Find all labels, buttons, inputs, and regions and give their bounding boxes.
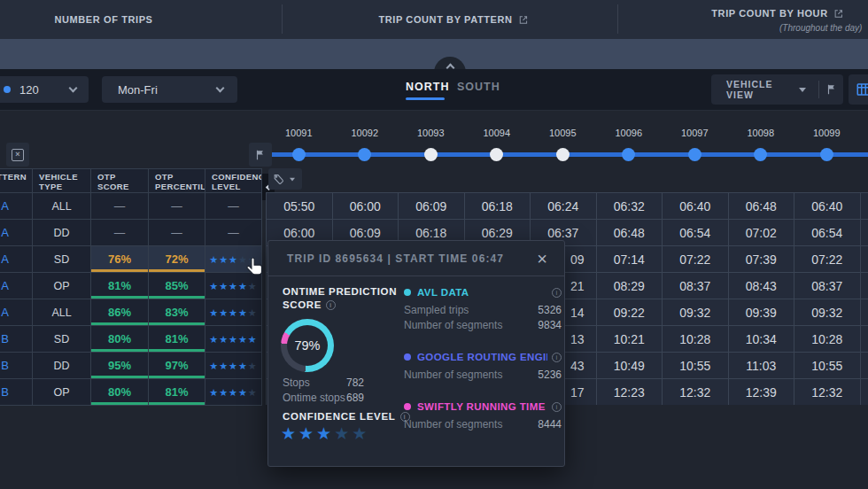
time-cell[interactable]: 12:32 bbox=[663, 379, 729, 405]
external-link-icon[interactable] bbox=[834, 9, 844, 19]
timeline-stop[interactable]: 10091 bbox=[266, 126, 332, 163]
header-otp-percentile[interactable]: OTP PERCENTILE bbox=[149, 169, 205, 193]
info-icon[interactable] bbox=[552, 353, 562, 362]
source-name: SWIFTLY RUNNING TIME PR... bbox=[417, 401, 547, 412]
time-cell[interactable] bbox=[861, 220, 868, 246]
timeline-stop[interactable]: 10097 bbox=[662, 126, 728, 163]
score-donut-chart: 79% bbox=[281, 319, 334, 372]
time-cell[interactable]: 08:43 bbox=[729, 273, 795, 299]
time-cell[interactable] bbox=[861, 193, 868, 220]
time-cell[interactable]: 06:18 bbox=[465, 193, 531, 220]
time-cell[interactable]: 10:55 bbox=[794, 353, 861, 379]
header-otp-score[interactable]: OTP SCORE bbox=[91, 169, 149, 193]
time-cell[interactable]: 06:40 bbox=[794, 193, 861, 220]
time-cell[interactable]: 08:29 bbox=[597, 273, 663, 299]
tab-north[interactable]: NORTH bbox=[406, 81, 449, 93]
time-cell[interactable]: 10:28 bbox=[794, 326, 861, 353]
stop-dot-icon[interactable] bbox=[358, 148, 371, 161]
timeline-stop[interactable]: 10093 bbox=[398, 126, 464, 163]
stop-dot-icon[interactable] bbox=[556, 148, 570, 161]
time-cell[interactable]: 10:49 bbox=[597, 353, 663, 379]
time-cell[interactable]: 06:54 bbox=[794, 220, 861, 246]
time-cell[interactable]: 06:40 bbox=[663, 193, 729, 220]
time-cell[interactable]: 10:28 bbox=[663, 326, 729, 353]
time-cell[interactable] bbox=[861, 246, 868, 273]
stop-dot-icon[interactable] bbox=[490, 148, 503, 161]
time-cell[interactable]: 06:48 bbox=[729, 193, 795, 220]
section-number-of-trips[interactable]: NUMBER OF TRIPS bbox=[54, 0, 152, 39]
time-cell[interactable]: 06:32 bbox=[597, 193, 663, 220]
clear-table-button[interactable] bbox=[6, 143, 29, 167]
timeline-stop[interactable]: 10092 bbox=[332, 126, 399, 163]
data-source-header: SWIFTLY RUNNING TIME PR... bbox=[404, 401, 562, 412]
vehicle-view-dropdown[interactable]: VEHICLE VIEW bbox=[711, 74, 843, 105]
time-cell[interactable]: 07:22 bbox=[794, 246, 861, 273]
table-view-button[interactable] bbox=[849, 74, 868, 105]
time-cell[interactable]: 09:32 bbox=[663, 299, 729, 326]
table-row[interactable]: AALL86%83%★★★★★ bbox=[0, 299, 262, 326]
stop-dot-icon[interactable] bbox=[622, 148, 635, 161]
stop-dot-icon[interactable] bbox=[820, 148, 833, 161]
time-cell[interactable]: 09:32 bbox=[794, 299, 861, 326]
time-cell[interactable] bbox=[861, 379, 868, 405]
time-cell[interactable]: 10:34 bbox=[729, 326, 795, 353]
stop-dot-icon[interactable] bbox=[754, 148, 767, 161]
time-cell[interactable]: 05:50 bbox=[267, 193, 333, 220]
time-cell[interactable]: 09:39 bbox=[729, 299, 795, 326]
tab-south[interactable]: SOUTH bbox=[457, 81, 500, 93]
time-cell[interactable]: 12:39 bbox=[729, 379, 795, 405]
time-cell[interactable]: 07:02 bbox=[729, 220, 795, 246]
time-cell[interactable]: 10:55 bbox=[663, 353, 729, 379]
header-pattern[interactable]: PATTERN bbox=[0, 169, 33, 193]
time-cell[interactable]: 12:32 bbox=[794, 379, 861, 405]
timeline-stop[interactable]: 10096 bbox=[596, 126, 663, 163]
time-cell[interactable]: 07:39 bbox=[729, 246, 795, 273]
confidence-stars: ★★★★★ bbox=[209, 360, 257, 372]
header-vehicle-type[interactable]: VEHICLE TYPE bbox=[33, 169, 91, 193]
time-cell[interactable] bbox=[861, 326, 868, 353]
table-row[interactable]: BOP80%81%★★★★★ bbox=[0, 379, 262, 406]
flag-table-button[interactable] bbox=[249, 143, 272, 167]
header-confidence-level[interactable]: CONFIDENCE LEVEL bbox=[205, 169, 262, 193]
time-cell[interactable]: 06:24 bbox=[531, 193, 597, 220]
table-row[interactable]: ADD——— bbox=[0, 220, 262, 246]
timeline-stop[interactable]: 10094 bbox=[464, 126, 531, 163]
time-cell[interactable]: 08:37 bbox=[794, 273, 861, 299]
star-icon: ★ bbox=[281, 424, 298, 443]
timeline-stop[interactable]: 10098 bbox=[728, 126, 794, 163]
time-cell[interactable]: 10:21 bbox=[597, 326, 663, 353]
stop-dot-icon[interactable] bbox=[424, 148, 438, 161]
table-row[interactable]: BDD95%97%★★★★★ bbox=[0, 353, 262, 379]
info-icon[interactable] bbox=[552, 288, 562, 298]
stop-dot-icon[interactable] bbox=[292, 148, 306, 161]
tag-filter-button[interactable] bbox=[268, 168, 302, 190]
info-icon[interactable] bbox=[552, 402, 562, 412]
table-row[interactable]: ASD76%72%★★★★★ bbox=[0, 246, 262, 273]
info-icon[interactable] bbox=[326, 300, 336, 310]
time-cell[interactable]: 06:54 bbox=[663, 220, 729, 246]
time-cell[interactable]: 07:14 bbox=[597, 246, 663, 273]
table-row[interactable]: AALL——— bbox=[0, 193, 262, 220]
time-cell[interactable] bbox=[861, 299, 868, 326]
time-cell[interactable] bbox=[861, 273, 868, 299]
table-row[interactable]: BSD80%81%★★★★★ bbox=[0, 326, 262, 353]
time-cell[interactable]: 09:22 bbox=[597, 299, 663, 326]
time-cell[interactable]: 07:22 bbox=[663, 246, 729, 273]
time-cell[interactable] bbox=[861, 353, 868, 379]
flag-toggle-button[interactable] bbox=[819, 74, 843, 105]
time-cell[interactable]: 06:09 bbox=[399, 193, 465, 220]
time-cell[interactable]: 06:48 bbox=[597, 220, 663, 246]
time-cell[interactable]: 12:23 bbox=[597, 379, 663, 405]
time-cell[interactable]: 06:00 bbox=[333, 193, 399, 220]
close-icon[interactable] bbox=[531, 247, 554, 270]
vehicle-type-cell: DD bbox=[33, 220, 91, 246]
section-trip-count-by-pattern[interactable]: TRIP COUNT BY PATTERN bbox=[378, 0, 528, 39]
time-cell[interactable]: 08:37 bbox=[663, 273, 729, 299]
days-dropdown[interactable]: Mon-Fri bbox=[102, 76, 237, 103]
timeline-stop[interactable]: 10099 bbox=[794, 126, 860, 163]
time-cell[interactable]: 11:03 bbox=[729, 353, 795, 379]
route-dropdown[interactable]: 120 bbox=[0, 76, 89, 103]
table-row[interactable]: AOP81%85%★★★★★ bbox=[0, 273, 262, 299]
timeline-stop[interactable]: 10095 bbox=[530, 126, 596, 163]
stop-dot-icon[interactable] bbox=[688, 148, 701, 161]
